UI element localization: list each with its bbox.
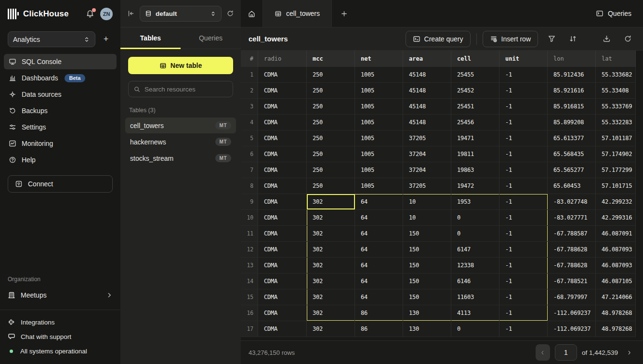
table-header-cell[interactable]: unit bbox=[499, 51, 548, 67]
table-cell[interactable]: -1 bbox=[499, 83, 548, 98]
table-cell[interactable]: 302 bbox=[307, 289, 355, 305]
table-cell[interactable]: -1 bbox=[499, 210, 548, 225]
table-header-cell[interactable]: # bbox=[241, 51, 258, 67]
table-cell[interactable]: 0 bbox=[451, 321, 499, 337]
table-cell[interactable]: 25456 bbox=[451, 115, 499, 130]
table-cell[interactable]: CDMA bbox=[258, 226, 307, 241]
table-cell[interactable]: CDMA bbox=[258, 162, 307, 178]
table-cell[interactable]: 1005 bbox=[355, 162, 403, 178]
table-cell[interactable]: 1005 bbox=[355, 146, 403, 162]
table-cell[interactable]: 250 bbox=[307, 67, 355, 82]
table-cell[interactable]: 19863 bbox=[451, 162, 499, 178]
table-cell[interactable]: -67.788628 bbox=[548, 258, 596, 273]
table-cell[interactable]: 1953 bbox=[451, 194, 499, 209]
table-cell[interactable]: 19472 bbox=[451, 178, 499, 194]
table-cell[interactable]: -1 bbox=[499, 115, 548, 130]
table-cell[interactable]: 45148 bbox=[403, 115, 451, 130]
sidebar-item-integrations[interactable]: Integrations bbox=[8, 315, 113, 329]
table-cell[interactable]: 250 bbox=[307, 178, 355, 194]
table-cell[interactable]: 37205 bbox=[403, 130, 451, 146]
table-cell[interactable]: -67.788521 bbox=[548, 273, 596, 289]
table-cell[interactable]: 0 bbox=[451, 210, 499, 225]
table-cell[interactable]: 57.101715 bbox=[596, 178, 636, 194]
table-cell[interactable]: 37204 bbox=[403, 146, 451, 162]
table-cell[interactable]: 55.333769 bbox=[596, 99, 636, 114]
table-cell[interactable]: 6146 bbox=[451, 273, 499, 289]
row-number[interactable]: 16 bbox=[241, 305, 258, 321]
table-cell[interactable]: 55.332283 bbox=[596, 115, 636, 130]
table-cell[interactable]: 48.978268 bbox=[596, 321, 636, 337]
row-number[interactable]: 6 bbox=[241, 146, 258, 162]
home-button[interactable] bbox=[241, 0, 263, 27]
table-cell[interactable]: -1 bbox=[499, 194, 548, 209]
table-cell[interactable]: 55.33408 bbox=[596, 83, 636, 98]
table-cell[interactable]: 12338 bbox=[451, 258, 499, 273]
table-cell[interactable]: -1 bbox=[499, 258, 548, 273]
table-cell[interactable]: 302 bbox=[307, 242, 355, 257]
table-cell[interactable]: -67.788587 bbox=[548, 226, 596, 241]
notifications-bell-icon[interactable] bbox=[86, 10, 94, 18]
table-cell[interactable]: 64 bbox=[355, 258, 403, 273]
table-cell[interactable]: CDMA bbox=[258, 194, 307, 209]
add-workspace-button[interactable]: + bbox=[99, 33, 113, 46]
table-cell[interactable]: 302 bbox=[307, 226, 355, 241]
table-cell[interactable]: 130 bbox=[403, 321, 451, 337]
table-cell[interactable]: 25452 bbox=[451, 83, 499, 98]
table-cell[interactable]: 64 bbox=[355, 289, 403, 305]
row-number[interactable]: 11 bbox=[241, 226, 258, 241]
table-cell[interactable]: 150 bbox=[403, 289, 451, 305]
table-cell[interactable]: CDMA bbox=[258, 83, 307, 98]
table-cell[interactable]: 85.916815 bbox=[548, 99, 596, 114]
table-cell[interactable]: 65.613377 bbox=[548, 130, 596, 146]
table-cell[interactable]: CDMA bbox=[258, 210, 307, 225]
table-cell[interactable]: 37205 bbox=[403, 178, 451, 194]
row-number[interactable]: 13 bbox=[241, 258, 258, 273]
table-cell[interactable]: 37204 bbox=[403, 162, 451, 178]
table-cell[interactable]: CDMA bbox=[258, 321, 307, 337]
row-number[interactable]: 5 bbox=[241, 130, 258, 146]
table-cell[interactable]: 1005 bbox=[355, 99, 403, 114]
table-cell[interactable]: -1 bbox=[499, 305, 548, 321]
row-number[interactable]: 12 bbox=[241, 242, 258, 257]
table-cell[interactable]: -83.027748 bbox=[548, 194, 596, 209]
tab-queries[interactable]: Queries bbox=[181, 27, 241, 49]
workspace-select[interactable]: Analytics bbox=[8, 31, 95, 47]
table-cell[interactable]: -1 bbox=[499, 130, 548, 146]
table-cell[interactable]: 1005 bbox=[355, 67, 403, 82]
table-cell[interactable]: CDMA bbox=[258, 115, 307, 130]
sidebar-item-help[interactable]: Help bbox=[4, 152, 117, 168]
table-cell[interactable]: 57.101187 bbox=[596, 130, 636, 146]
table-cell[interactable]: CDMA bbox=[258, 130, 307, 146]
table-cell[interactable]: 250 bbox=[307, 146, 355, 162]
table-cell[interactable]: 85.899208 bbox=[548, 115, 596, 130]
table-cell[interactable]: -1 bbox=[499, 178, 548, 194]
table-cell[interactable]: 19471 bbox=[451, 130, 499, 146]
refresh-data-button[interactable] bbox=[620, 31, 635, 47]
avatar[interactable]: ZN bbox=[100, 8, 113, 20]
table-cell[interactable]: 302 bbox=[307, 210, 355, 225]
table-cell[interactable]: 65.568435 bbox=[548, 146, 596, 162]
table-cell[interactable]: 0 bbox=[451, 226, 499, 241]
table-cell[interactable]: -112.069237 bbox=[548, 305, 596, 321]
row-number[interactable]: 3 bbox=[241, 99, 258, 114]
connect-button[interactable]: Connect bbox=[8, 175, 113, 193]
table-cell[interactable]: CDMA bbox=[258, 67, 307, 82]
collapse-sidebar-icon[interactable] bbox=[127, 10, 135, 17]
sidebar-item-data-sources[interactable]: Data sources bbox=[4, 87, 117, 102]
sidebar-item-chat-support[interactable]: Chat with support bbox=[8, 329, 113, 344]
table-cell[interactable]: 150 bbox=[403, 258, 451, 273]
table-cell[interactable]: 1005 bbox=[355, 178, 403, 194]
table-cell[interactable]: 64 bbox=[355, 273, 403, 289]
table-header-cell[interactable]: area bbox=[403, 51, 451, 67]
search-input[interactable] bbox=[144, 86, 230, 93]
sidebar-item-settings[interactable]: Settings bbox=[4, 119, 117, 135]
row-number[interactable]: 15 bbox=[241, 289, 258, 305]
table-cell[interactable]: 19811 bbox=[451, 146, 499, 162]
sidebar-item-sql-console[interactable]: SQL Console bbox=[4, 54, 117, 69]
table-header-cell[interactable]: lat bbox=[596, 51, 636, 67]
table-cell[interactable]: 48.978268 bbox=[596, 305, 636, 321]
tab-tables[interactable]: Tables bbox=[120, 27, 181, 49]
database-select[interactable]: default bbox=[140, 6, 222, 22]
table-cell[interactable]: 45148 bbox=[403, 67, 451, 82]
table-cell[interactable]: CDMA bbox=[258, 99, 307, 114]
